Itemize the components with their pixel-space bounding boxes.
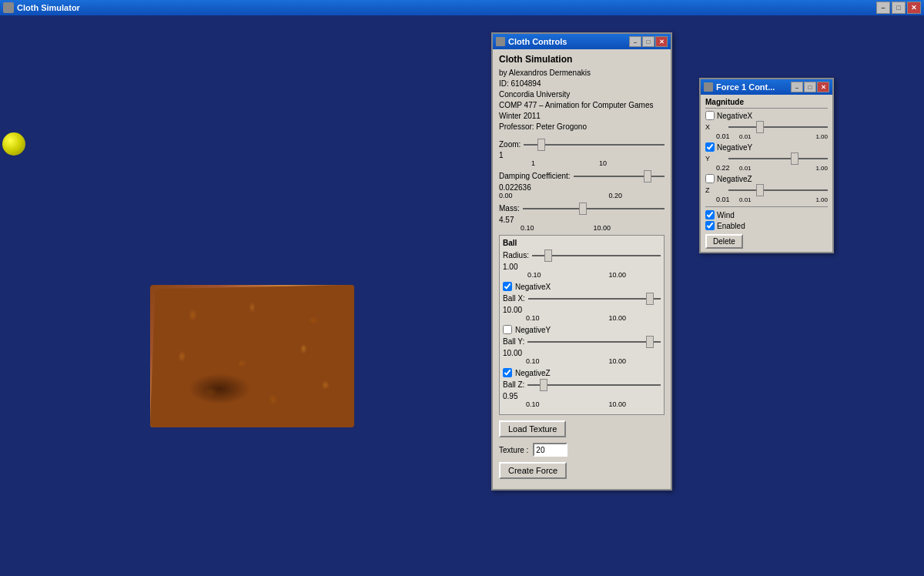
app-maximize-btn[interactable]: □ [892, 2, 906, 14]
force-z-min: 0.01 [739, 196, 752, 203]
cloth-close-btn[interactable]: ✕ [655, 36, 668, 47]
damping-row: Damping Coefficient: 0.022636 0.00 0.20 [499, 170, 665, 199]
force-separator [705, 206, 828, 207]
force-y-vals: Y [705, 153, 828, 164]
damping-slider[interactable] [574, 170, 665, 183]
force-enabled-row: Enabled [705, 221, 828, 230]
force-negativez-checkbox[interactable] [705, 174, 715, 183]
force-negativex-label: NegativeX [717, 112, 752, 120]
ballx-slider[interactable] [528, 293, 661, 305]
create-force-button[interactable]: Create Force [499, 462, 567, 479]
force-wind-checkbox[interactable] [705, 210, 715, 219]
app-titlebar: Cloth Simulator – □ ✕ [0, 0, 924, 15]
force-negativez-label: NegativeZ [717, 175, 752, 183]
bally-slider[interactable] [527, 336, 661, 348]
force-z-slider[interactable] [728, 185, 828, 196]
force-negativey-checkbox[interactable] [705, 142, 715, 152]
force-controls-content: Magnitude NegativeX X 0.01 0.01 1.00 Neg… [701, 95, 832, 252]
cloth-maximize-btn[interactable]: □ [642, 36, 654, 47]
cloth-visualization [150, 285, 354, 427]
cloth-dark-spot [189, 373, 250, 404]
cloth-info-block: by Alexandros Dermenakis ID: 6104894 Con… [499, 68, 665, 132]
ballx-row: Ball X: 10.00 0.10 10.00 [503, 293, 661, 322]
zoom-slider[interactable] [524, 139, 665, 151]
force-controls-window: Force 1 Cont... – □ ✕ Magnitude Negative… [699, 78, 834, 253]
damping-value: 0.022636 [499, 183, 531, 192]
force-x-slider[interactable] [728, 122, 828, 132]
force-x-vals: X [705, 122, 828, 132]
force-negativex-checkbox[interactable] [705, 111, 715, 120]
force-enabled-checkbox[interactable] [705, 221, 715, 230]
force-z-value: 0.01 [716, 196, 738, 203]
ball-negativex-row: NegativeX [503, 282, 661, 291]
radius-row: Radius: 1.00 0.10 10.00 [503, 249, 661, 279]
ballz-max: 10.00 [608, 400, 626, 408]
force-wind-row: Wind [705, 210, 828, 219]
cloth-controls-icon [496, 37, 505, 46]
ballz-min: 0.10 [526, 400, 540, 408]
info-line6: Professor: Peter Grogono [499, 122, 665, 132]
radius-slider[interactable] [532, 249, 661, 262]
texture-input[interactable] [533, 443, 567, 457]
force-x-max: 1.00 [815, 133, 828, 140]
app-minimize-btn[interactable]: – [876, 2, 890, 14]
force-y-slider[interactable] [728, 153, 828, 164]
force-controls-title: Force 1 Cont... [716, 82, 775, 92]
ball-section: Ball Radius: 1.00 0.10 10.00 NegativeX [499, 235, 665, 415]
mass-max: 10.00 [593, 224, 611, 232]
force-x-min: 0.01 [739, 133, 752, 140]
bally-max: 10.00 [608, 357, 626, 365]
ballz-slider[interactable] [527, 379, 661, 391]
force-negativex-row: NegativeX [705, 111, 828, 120]
ball-section-title: Ball [503, 239, 661, 247]
ball-negativex-checkbox[interactable] [503, 282, 512, 291]
zoom-label: Zoom: [499, 140, 521, 149]
force-close-btn[interactable]: ✕ [817, 82, 829, 92]
ballx-label: Ball X: [503, 294, 525, 303]
bally-min: 0.10 [526, 357, 540, 365]
mass-label: Mass: [499, 204, 520, 213]
radius-min: 0.10 [527, 271, 541, 279]
ball-negativez-label: NegativeZ [515, 369, 551, 377]
texture-row: Texture : [499, 443, 665, 457]
ballz-row: Ball Z: 0.95 0.10 10.00 [503, 379, 661, 408]
force-x-value: 0.01 [716, 132, 738, 140]
app-window-controls: – □ ✕ [876, 2, 921, 14]
force-y-row: Y 0.22 0.01 1.00 [705, 153, 828, 172]
app-title: Cloth Simulator [17, 3, 80, 12]
load-texture-button[interactable]: Load Texture [499, 420, 566, 437]
ballx-max: 10.00 [608, 314, 626, 322]
force-y-value: 0.22 [716, 164, 738, 172]
force-wind-label: Wind [717, 211, 735, 219]
ball-negativey-checkbox[interactable] [503, 325, 512, 334]
mass-min: 0.10 [521, 224, 534, 232]
force-negativez-row: NegativeZ [705, 174, 828, 183]
force-z-axis: Z [705, 186, 727, 194]
ball-negativey-label: NegativeY [515, 326, 551, 334]
mass-slider[interactable] [523, 203, 665, 215]
cloth-simulation-heading: Cloth Simulation [499, 54, 665, 65]
app-close-btn[interactable]: ✕ [907, 2, 921, 14]
force-z-vals: Z [705, 185, 828, 196]
info-line3: Concordia University [499, 89, 665, 100]
ball-negativey-row: NegativeY [503, 325, 661, 334]
ball-negativex-label: NegativeX [515, 283, 551, 291]
cloth-controls-window-buttons: – □ ✕ [629, 36, 668, 47]
ballz-label: Ball Z: [503, 380, 524, 389]
force-minimize-btn[interactable]: – [791, 82, 803, 92]
radius-max: 10.00 [608, 271, 626, 279]
ballz-value: 0.95 [503, 392, 517, 400]
ball-negativez-checkbox[interactable] [503, 368, 512, 377]
cloth-minimize-btn[interactable]: – [629, 36, 641, 47]
yellow-ball [2, 132, 25, 156]
damping-max: 0.20 [608, 192, 622, 199]
force-maximize-btn[interactable]: □ [804, 82, 816, 92]
delete-button[interactable]: Delete [705, 234, 743, 249]
bally-value: 10.00 [503, 349, 522, 357]
force-x-row: X 0.01 0.01 1.00 [705, 122, 828, 140]
force-z-row: Z 0.01 0.01 1.00 [705, 185, 828, 203]
magnitude-title: Magnitude [705, 98, 828, 109]
bally-label: Ball Y: [503, 337, 524, 346]
force-negativey-label: NegativeY [717, 143, 752, 152]
force-controls-window-buttons: – □ ✕ [791, 82, 829, 92]
